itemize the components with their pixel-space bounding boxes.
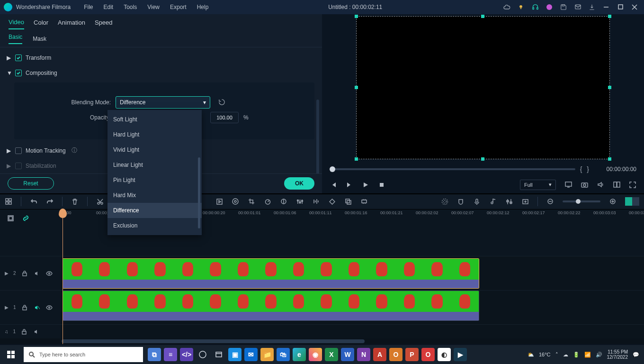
blend-mode-select[interactable]: Difference ▾ — [116, 96, 210, 109]
clock[interactable]: 11:55 PM 12/7/2022 — [607, 349, 628, 360]
headphones-icon[interactable] — [531, 3, 539, 11]
audio-tool-icon[interactable] — [312, 198, 320, 205]
option-soft-light[interactable]: Soft Light — [107, 112, 202, 127]
next-frame-icon[interactable] — [346, 181, 353, 189]
menu-help[interactable]: Help — [192, 2, 214, 12]
option-exclusion[interactable]: Exclusion — [107, 218, 202, 233]
tab-speed[interactable]: Speed — [95, 16, 113, 29]
render-icon[interactable] — [215, 198, 223, 205]
option-difference[interactable]: Difference — [107, 203, 202, 218]
save-icon[interactable] — [560, 3, 567, 11]
dropdown-scrollbar[interactable] — [198, 157, 200, 228]
undo-icon[interactable] — [30, 198, 37, 205]
playhead[interactable] — [63, 209, 63, 344]
add-marker-icon[interactable] — [521, 198, 529, 205]
cloud-icon[interactable] — [503, 3, 510, 11]
blend-reset-icon[interactable] — [215, 99, 228, 106]
taskbar-app[interactable]: O — [421, 348, 435, 361]
menu-view[interactable]: View — [143, 2, 164, 12]
adjust-icon[interactable] — [296, 198, 304, 205]
fullscreen-icon[interactable] — [629, 181, 636, 189]
download-icon[interactable] — [588, 3, 596, 11]
visibility-icon[interactable] — [45, 304, 53, 311]
compositing-checkbox[interactable] — [15, 70, 22, 76]
zoom-out-icon[interactable] — [546, 198, 554, 205]
zoom-in-icon[interactable] — [609, 198, 617, 205]
menu-export[interactable]: Export — [165, 2, 191, 12]
prev-frame-icon[interactable] — [330, 181, 337, 189]
tab-video[interactable]: Video — [9, 16, 24, 29]
option-hard-light[interactable]: Hard Light — [107, 127, 202, 142]
mute-icon[interactable] — [33, 270, 41, 277]
clip-video-1[interactable]: ▶My Video-6 — [63, 291, 479, 321]
effects-tool-icon[interactable] — [441, 198, 448, 205]
clip-video-2[interactable]: ▶My Video-6 — [63, 258, 479, 289]
taskbar-app[interactable]: ▶ — [454, 348, 467, 361]
taskbar-app[interactable]: N — [357, 348, 370, 361]
mute-icon[interactable] — [33, 304, 41, 311]
option-linear-light[interactable]: Linear Light — [107, 157, 202, 173]
snapshot-icon[interactable] — [581, 181, 588, 189]
speed-icon[interactable] — [264, 198, 271, 205]
motion-tracking-checkbox[interactable] — [15, 147, 22, 154]
keyframe-tool-icon[interactable] — [328, 198, 336, 205]
tab-color[interactable]: Color — [34, 16, 48, 29]
weather-icon[interactable]: ⛅ — [528, 352, 534, 358]
taskbar-app[interactable] — [212, 348, 225, 361]
track-play-icon[interactable]: ▶ — [5, 271, 9, 276]
crop-icon[interactable] — [248, 198, 255, 205]
color-icon[interactable] — [280, 198, 287, 205]
tray-battery-icon[interactable]: 🔋 — [573, 352, 580, 358]
taskbar-app[interactable]: </> — [180, 348, 193, 361]
tray-wifi-icon[interactable]: 📶 — [584, 352, 591, 358]
zoom-slider[interactable] — [563, 200, 600, 202]
task-view-icon[interactable] — [196, 348, 209, 361]
opacity-input[interactable]: 100.00 — [210, 112, 239, 123]
music-icon[interactable] — [489, 198, 497, 205]
subtab-basic[interactable]: Basic — [9, 34, 22, 44]
mark-in-icon[interactable]: { — [580, 165, 582, 173]
effects-icon[interactable] — [546, 3, 553, 11]
maximize-icon[interactable] — [617, 3, 624, 11]
marker-icon[interactable] — [232, 198, 239, 205]
option-pin-light[interactable]: Pin Light — [107, 173, 202, 188]
section-compositing[interactable]: ▼ Compositing — [7, 65, 322, 81]
mail-icon[interactable] — [574, 3, 581, 11]
taskbar-search[interactable]: Type here to search — [24, 347, 143, 362]
taskbar-app[interactable]: ✉ — [244, 348, 258, 361]
lock-icon[interactable] — [21, 270, 28, 277]
group-icon[interactable] — [344, 198, 352, 205]
taskbar-app[interactable]: ◉ — [309, 348, 322, 361]
timeline-overview[interactable] — [625, 197, 639, 206]
notifications-icon[interactable]: 💬 — [633, 352, 639, 358]
stabilization-checkbox[interactable] — [15, 163, 22, 169]
taskbar-app[interactable]: W — [341, 348, 354, 361]
track-play-icon[interactable]: ▶ — [5, 305, 9, 310]
display-icon[interactable] — [564, 181, 572, 189]
section-transform[interactable]: ▶ Transform — [7, 50, 322, 65]
play-icon[interactable] — [362, 181, 369, 189]
lock-icon[interactable] — [21, 304, 28, 311]
option-hard-mix[interactable]: Hard Mix — [107, 188, 202, 203]
subtab-mask[interactable]: Mask — [33, 36, 46, 42]
mask-tool-icon[interactable] — [457, 198, 465, 205]
taskbar-app[interactable]: ≡ — [164, 348, 177, 361]
taskbar-app[interactable]: 🛍 — [277, 348, 290, 361]
menu-edit[interactable]: Edit — [99, 2, 118, 12]
selection-frame[interactable] — [356, 16, 610, 159]
menu-file[interactable]: File — [79, 2, 98, 12]
expand-icon[interactable] — [360, 198, 368, 205]
close-icon[interactable] — [631, 3, 638, 11]
timeline-scrollbar[interactable] — [0, 338, 644, 344]
timeline-link-icon[interactable] — [22, 214, 29, 222]
minimize-icon[interactable] — [602, 3, 610, 11]
taskbar-app[interactable]: e — [293, 348, 306, 361]
grid-icon[interactable] — [5, 198, 12, 205]
lock-icon[interactable] — [20, 328, 28, 336]
mark-out-icon[interactable]: } — [587, 165, 589, 173]
compare-icon[interactable] — [613, 181, 620, 189]
delete-icon[interactable] — [71, 198, 79, 205]
tab-animation[interactable]: Animation — [58, 16, 85, 29]
tray-onedrive-icon[interactable]: ☁ — [563, 352, 568, 358]
taskbar-app[interactable]: ▣ — [228, 348, 242, 361]
